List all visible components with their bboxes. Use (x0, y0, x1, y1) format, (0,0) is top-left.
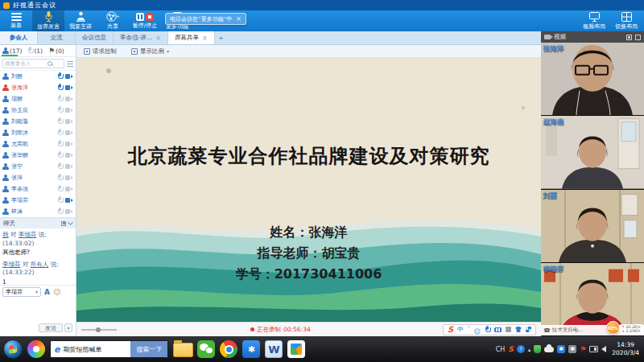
slider-knob[interactable] (96, 327, 101, 332)
mic-icon[interactable] (57, 95, 63, 103)
mic-icon[interactable] (57, 151, 63, 159)
font-button[interactable]: A (44, 288, 50, 296)
send-options-button[interactable] (64, 323, 72, 332)
chat-target-select[interactable]: 李瑞芬 (2, 287, 41, 297)
camera-icon[interactable] (65, 209, 73, 215)
sogou-logo-icon[interactable]: S (448, 325, 453, 334)
stat-participants[interactable]: (17) (2, 47, 22, 55)
participant-row[interactable]: 刘丽 (0, 71, 76, 82)
video-feed[interactable]: 刘丽 (541, 190, 644, 263)
pause-stop-button[interactable]: 暂停/停止 (129, 10, 161, 31)
stat-flags[interactable]: (0) (48, 47, 64, 55)
language-indicator[interactable]: CH (496, 346, 506, 353)
mic-icon[interactable] (57, 84, 63, 92)
emoji-icon[interactable] (474, 322, 481, 337)
list-view-icon[interactable] (67, 61, 73, 67)
taskbar-search[interactable]: e 期货恒指喊单 搜索一下 (50, 340, 168, 358)
sogou-tray-icon[interactable]: S (508, 345, 513, 353)
tab-document[interactable]: 李余强-讲… (114, 31, 168, 44)
camera-icon[interactable] (65, 175, 73, 181)
security-shield-icon[interactable] (534, 345, 541, 353)
cloud-icon[interactable] (544, 347, 554, 352)
switch-layout-button[interactable]: 切换布局 (610, 10, 642, 31)
video-feed[interactable]: 赵海燕 (541, 116, 644, 189)
participant-row[interactable]: 刘雨沐 (0, 127, 76, 138)
participant-row[interactable]: 张宁 (0, 161, 76, 172)
search-go-button[interactable]: 搜索一下 (130, 341, 167, 357)
tray-star-grey-icon[interactable] (568, 345, 576, 353)
chat-input[interactable] (0, 298, 76, 322)
participant-row[interactable]: 李余强 (0, 183, 76, 195)
mic-icon[interactable] (57, 174, 63, 182)
action-center-flag-icon[interactable] (580, 345, 586, 353)
mic-icon[interactable] (57, 117, 63, 125)
volume-icon[interactable] (601, 346, 606, 352)
camera-icon[interactable] (65, 85, 73, 91)
popout-icon[interactable] (61, 221, 66, 226)
tray-star-blue-icon[interactable] (557, 345, 565, 353)
camera-icon[interactable] (65, 108, 73, 113)
taskbar-clock[interactable]: 14:39 2020/3/4 (612, 341, 639, 357)
chevron-down-icon[interactable] (68, 220, 73, 225)
search-text[interactable]: 期货恒指喊单 (63, 345, 130, 354)
tray-help-icon[interactable]: ? (517, 345, 525, 353)
popout-icon[interactable] (626, 35, 632, 40)
participant-row[interactable]: 瑞丽 (0, 93, 76, 105)
tab-meeting-info[interactable]: 会议信息 (76, 31, 114, 44)
mic-icon[interactable] (57, 140, 63, 148)
camera-icon[interactable] (65, 153, 73, 158)
zoom-slider[interactable] (81, 329, 117, 331)
camera-icon[interactable] (65, 198, 73, 204)
expand-icon[interactable] (635, 35, 641, 40)
close-tab-icon[interactable] (202, 35, 208, 42)
send-button[interactable]: 发送 (39, 323, 63, 332)
participant-row[interactable]: 尤英凯 (0, 138, 76, 150)
hidden-icons-button[interactable] (528, 346, 531, 353)
mic-icon[interactable] (57, 162, 63, 171)
app-star-icon[interactable] (242, 340, 260, 358)
mic-icon[interactable] (57, 196, 63, 204)
keyboard-icon[interactable] (494, 327, 502, 332)
participant-row[interactable]: 李瑞芬 (0, 195, 76, 206)
display-ratio-button[interactable]: 显示比例 (131, 47, 169, 56)
toolbox-icon[interactable] (506, 327, 511, 332)
tab-screen-share[interactable]: 屏幕共享 (168, 31, 215, 44)
chrome-icon[interactable] (220, 340, 237, 358)
tab-chat[interactable]: 交流 (38, 31, 76, 44)
taskbar-item[interactable] (173, 343, 192, 356)
mic-icon[interactable] (57, 106, 63, 114)
wechat-icon[interactable] (197, 340, 215, 358)
tab-participants[interactable]: 参会人 (0, 31, 38, 44)
browser-icon[interactable] (27, 340, 45, 358)
emoji-button[interactable] (53, 288, 60, 296)
camera-icon[interactable] (65, 187, 73, 192)
word-icon[interactable] (265, 340, 283, 358)
start-button[interactable] (3, 339, 23, 359)
mic-icon[interactable] (57, 129, 63, 137)
request-control-button[interactable]: 请求控制 (84, 47, 117, 56)
grid-icon[interactable] (526, 327, 531, 332)
network-speed-widget[interactable]: ↑ 26.2K/s ↓ 1.29K/s (620, 324, 643, 335)
give-up-speech-button[interactable]: 放弃发言 (32, 10, 64, 31)
search-icon[interactable] (47, 61, 53, 67)
video-layout-button[interactable]: 视频布局 (578, 10, 610, 31)
close-tab-icon[interactable] (155, 35, 161, 42)
share-button[interactable]: 共享 (97, 10, 129, 31)
punctuation-icon[interactable]: ’ (468, 326, 470, 333)
tooltip-close-icon[interactable] (236, 15, 242, 23)
mic-icon[interactable] (57, 208, 63, 216)
participant-row[interactable]: 林涛 (0, 206, 76, 217)
mic-icon[interactable] (57, 72, 63, 80)
search-input[interactable] (5, 60, 47, 67)
video-feed[interactable]: 李瑞芬 技术支持电… 92% ↑ 26.2K/s ↓ 1.29K/s (541, 263, 644, 336)
camera-icon[interactable] (65, 142, 73, 147)
participant-row[interactable]: 孙玉良 (0, 105, 76, 116)
stat-mics[interactable]: (1) (27, 47, 43, 55)
participant-row[interactable]: 刘晓璇 (0, 116, 76, 127)
camera-icon[interactable] (65, 97, 73, 102)
participant-row[interactable]: 张华丽 (0, 150, 76, 161)
camera-icon[interactable] (65, 164, 73, 170)
participant-row[interactable]: 张海洋 (0, 82, 76, 93)
be-presenter-button[interactable]: 我要主讲 (64, 10, 97, 31)
add-tab-button[interactable]: + (215, 31, 228, 44)
